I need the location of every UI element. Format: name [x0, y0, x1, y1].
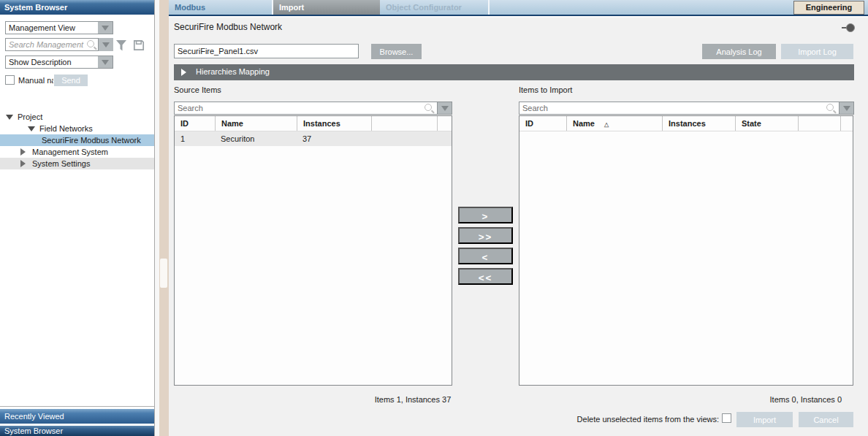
source-items-label: Source Items: [174, 85, 221, 94]
expander-down-icon[interactable]: [6, 115, 13, 120]
tree-item-system-settings[interactable]: System Settings: [0, 158, 154, 169]
column-header-empty[interactable]: [371, 116, 437, 131]
filter-icon[interactable]: [115, 40, 127, 53]
system-browser-header: System Browser: [0, 0, 154, 15]
analysis-log-button[interactable]: Analysis Log: [702, 44, 776, 59]
tree-item-field-networks[interactable]: Field Networks: [0, 123, 154, 134]
chevron-down-icon: [102, 42, 110, 47]
cancel-button[interactable]: Cancel: [799, 412, 853, 427]
delete-unselected-checkbox[interactable]: [722, 413, 731, 423]
table-header-row: ID Name Instances State: [519, 116, 853, 131]
items-to-import-label: Items to Import: [519, 85, 572, 94]
vertical-splitter[interactable]: [159, 0, 169, 436]
search-management-input[interactable]: [5, 38, 99, 51]
move-right-button[interactable]: >: [458, 207, 513, 223]
tree-item-management-system[interactable]: Management System: [0, 146, 154, 158]
source-search-filter-button[interactable]: [438, 102, 452, 115]
cell-name: Securiton: [215, 131, 297, 146]
app-root: System Browser Management View Show Desc…: [0, 0, 868, 436]
tab-modbus[interactable]: Modbus: [169, 0, 272, 15]
search-icon: [87, 40, 96, 50]
column-header-name[interactable]: Name: [566, 116, 662, 131]
import-search-input[interactable]: [519, 102, 840, 115]
column-header-instances[interactable]: Instances: [297, 116, 371, 131]
column-header-name-label: Name: [573, 119, 595, 128]
import-button[interactable]: Import: [736, 412, 793, 427]
tree-item-label: Management System: [32, 146, 108, 158]
items-to-import-table: ID Name Instances State: [519, 115, 853, 386]
chevron-down-icon: [102, 60, 109, 65]
table-header-row: ID Name Instances: [175, 116, 452, 131]
sort-ascending-icon: [604, 119, 609, 128]
hierarchies-mapping-label: Hierarchies Mapping: [196, 67, 270, 76]
tab-separator: [488, 0, 490, 15]
expander-right-icon[interactable]: [20, 160, 26, 167]
engineering-mode-button[interactable]: Engineering: [793, 1, 864, 15]
description-selector-arrow-button[interactable]: [98, 56, 113, 68]
system-browser-panel: System Browser Management View Show Desc…: [0, 0, 155, 436]
divider: [0, 406, 154, 407]
recently-viewed-bar[interactable]: Recently Viewed: [0, 409, 154, 424]
column-header-empty[interactable]: [798, 116, 840, 131]
column-header-id[interactable]: ID: [175, 116, 215, 131]
send-button[interactable]: Send: [54, 74, 88, 86]
column-header-empty[interactable]: [840, 116, 853, 131]
pin-icon[interactable]: [846, 23, 855, 32]
chevron-down-icon: [102, 26, 109, 31]
description-selector-value: Show Description: [6, 56, 98, 68]
import-search-filter-button[interactable]: [840, 102, 854, 115]
source-search-input[interactable]: [174, 102, 438, 115]
hierarchies-mapping-expander[interactable]: Hierarchies Mapping: [174, 64, 854, 80]
table-row-securiton[interactable]: 1 Securiton 37: [175, 131, 452, 146]
page-title: SecuriFire Modbus Network: [174, 22, 282, 32]
search-icon: [425, 104, 434, 113]
source-items-table: ID Name Instances 1 Securiton 37: [174, 115, 452, 386]
view-selector-value: Management View: [6, 22, 98, 34]
tree-item-project[interactable]: Project: [0, 111, 154, 123]
expander-right-icon: [181, 69, 186, 76]
tab-import[interactable]: Import: [273, 0, 380, 15]
column-header-empty[interactable]: [437, 116, 452, 131]
save-icon[interactable]: [133, 39, 145, 53]
manual-checkbox[interactable]: [5, 75, 15, 85]
browse-button[interactable]: Browse...: [371, 44, 422, 59]
move-all-right-button[interactable]: >>: [458, 227, 513, 244]
file-path-input[interactable]: [174, 44, 359, 58]
chevron-down-icon: [441, 106, 449, 111]
tree-item-label: Field Networks: [39, 123, 93, 134]
column-header-name[interactable]: Name: [215, 116, 297, 131]
column-header-id[interactable]: ID: [519, 116, 566, 131]
tree-item-label: System Settings: [32, 158, 90, 169]
delete-unselected-label: Delete unselected items from the views:: [500, 415, 719, 424]
tree-item-securifire-modbus-network[interactable]: SecuriFire Modbus Network: [0, 134, 154, 146]
search-options-arrow-button[interactable]: [99, 38, 113, 51]
chevron-down-icon: [843, 106, 850, 111]
expander-right-icon[interactable]: [20, 148, 26, 156]
cell-id: 1: [175, 131, 215, 146]
column-header-state[interactable]: State: [735, 116, 798, 131]
view-selector-dropdown[interactable]: Management View: [5, 21, 113, 34]
tree-item-label: Project: [18, 111, 42, 123]
tab-object-configurator[interactable]: Object Configurator: [380, 0, 488, 15]
column-header-instances[interactable]: Instances: [662, 116, 735, 131]
import-log-button[interactable]: Import Log: [781, 44, 853, 59]
tree-item-label: SecuriFire Modbus Network: [42, 134, 141, 146]
view-selector-arrow-button[interactable]: [98, 22, 113, 34]
expander-down-icon[interactable]: [28, 126, 35, 131]
description-selector-dropdown[interactable]: Show Description: [5, 56, 113, 69]
search-icon: [826, 104, 836, 113]
source-summary: Items 1, Instances 37: [343, 395, 482, 404]
import-summary: Items 0, Instances 0: [694, 395, 842, 404]
move-all-left-button[interactable]: <<: [458, 268, 513, 285]
system-browser-bottom-bar[interactable]: System Browser: [0, 426, 154, 436]
splitter-thumb[interactable]: [160, 259, 167, 288]
move-left-button[interactable]: <: [458, 248, 513, 264]
cell-instances: 37: [297, 131, 371, 146]
manual-checkbox-label: Manual na: [18, 76, 53, 85]
